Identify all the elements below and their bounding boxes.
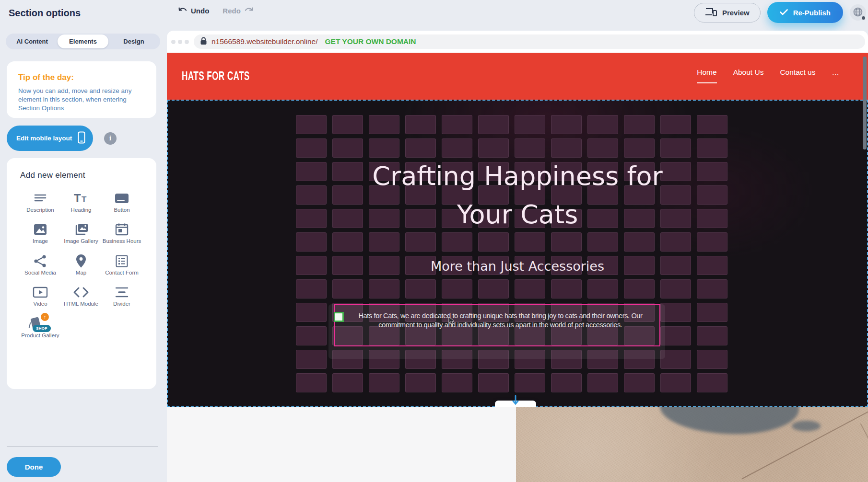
address-bar[interactable]: n1566589.websitebuilder.online/ GET YOUR… <box>194 34 865 49</box>
tab-elements[interactable]: Elements <box>58 34 108 48</box>
add-element-heading: Add new element <box>20 171 156 180</box>
tile <box>624 138 655 158</box>
get-domain-link[interactable]: GET YOUR OWN DOMAIN <box>325 37 416 46</box>
tile <box>296 232 327 252</box>
element-contact-form[interactable]: Contact Form <box>102 253 142 276</box>
product-gallery-icon: ↑SHOP <box>20 316 60 332</box>
site-url: n1566589.websitebuilder.online/ <box>211 37 317 46</box>
selected-text-element[interactable]: Hats for Cats, we are dedicated to craft… <box>334 304 660 346</box>
tip-heading: Tip of the day: <box>18 73 146 82</box>
tile <box>405 373 436 392</box>
cat-shadow-tail <box>792 421 821 431</box>
tile <box>442 232 472 252</box>
element-video[interactable]: Video <box>20 285 60 307</box>
floor-seam-line-2 <box>860 423 868 482</box>
hero-paragraph[interactable]: Hats for Cats, we are dedicated to craft… <box>345 311 656 330</box>
business-hours-icon <box>102 222 142 237</box>
description-icon <box>20 191 60 206</box>
element-html-module[interactable]: HTML Module <box>61 285 101 307</box>
nav-item-home[interactable]: Home <box>697 68 716 83</box>
cat-shadow <box>660 407 799 434</box>
contact-form-icon <box>102 253 142 269</box>
tile <box>660 138 691 158</box>
mouse-cursor <box>448 316 455 328</box>
tile <box>296 185 327 205</box>
hero-subheading[interactable]: More than Just Accessories <box>168 259 867 274</box>
tip-body: Now you can add, move and resize any ele… <box>18 87 146 113</box>
nav-item-[interactable]: … <box>832 68 840 83</box>
element-heading[interactable]: TTHeading <box>61 191 101 213</box>
element-label: Description <box>26 207 54 213</box>
element-button[interactable]: Button <box>102 191 142 213</box>
tile <box>660 279 691 298</box>
element-image-gallery[interactable]: Image Gallery <box>61 222 101 244</box>
site-nav: HomeAbout UsContact us… <box>697 68 839 83</box>
image-icon <box>20 222 60 237</box>
tile <box>515 232 545 252</box>
app: Section options Undo Redo <box>0 0 868 482</box>
element-drag-handle[interactable] <box>334 312 344 322</box>
tile <box>697 185 727 205</box>
tile <box>697 326 727 345</box>
tile <box>587 232 618 252</box>
element-label: Image <box>33 238 48 244</box>
tile <box>369 373 399 392</box>
tile <box>478 373 509 392</box>
tile <box>478 115 509 134</box>
tile <box>296 279 327 298</box>
element-social-media[interactable]: Social Media <box>20 253 60 276</box>
editor-canvas: n1566589.websitebuilder.online/ GET YOUR… <box>167 0 868 482</box>
edit-mobile-layout-button[interactable]: Edit mobile layout <box>7 126 93 151</box>
tile <box>296 138 327 158</box>
element-description[interactable]: Description <box>20 191 60 213</box>
tile <box>478 232 509 252</box>
tile <box>478 279 509 298</box>
element-map[interactable]: Map <box>61 253 101 276</box>
tile <box>332 279 363 298</box>
map-icon <box>61 253 101 269</box>
tile <box>697 115 727 134</box>
browser-bar: n1566589.websitebuilder.online/ GET YOUR… <box>167 31 868 53</box>
tile <box>551 115 582 134</box>
mobile-layout-row: Edit mobile layout i <box>7 126 151 151</box>
video-icon <box>20 285 60 300</box>
nav-item-contactus[interactable]: Contact us <box>780 68 815 83</box>
element-product-gallery[interactable]: ↑SHOPProduct Gallery <box>20 316 60 339</box>
tile <box>697 209 727 228</box>
tile <box>369 232 399 252</box>
tile <box>405 115 436 134</box>
tile <box>405 138 436 158</box>
tab-ai-content[interactable]: AI Content <box>7 34 58 48</box>
sidebar-divider <box>7 447 158 447</box>
element-image[interactable]: Image <box>20 222 60 244</box>
shop-badge: SHOP <box>33 325 51 332</box>
heading-icon: TT <box>61 191 101 206</box>
next-section-preview <box>167 407 868 482</box>
page-title: Section options <box>9 8 81 19</box>
element-label: Heading <box>71 207 92 213</box>
element-business-hours[interactable]: Business Hours <box>102 222 142 244</box>
social-media-icon <box>20 253 60 269</box>
tile <box>369 279 399 298</box>
tile <box>697 138 727 158</box>
tile <box>551 373 582 392</box>
tile <box>551 232 582 252</box>
tip-of-the-day-card: Tip of the day: Now you can add, move an… <box>7 61 156 118</box>
tile <box>624 279 655 298</box>
tile <box>405 232 436 252</box>
upgrade-arrow-badge: ↑ <box>41 313 49 321</box>
hero-section-selected[interactable]: Crafting Happiness for Your Cats More th… <box>167 100 868 407</box>
done-button[interactable]: Done <box>7 457 61 477</box>
site-logo[interactable]: HATS FOR CATS <box>182 69 250 83</box>
element-divider[interactable]: Divider <box>102 285 142 307</box>
element-label: HTML Module <box>64 301 98 307</box>
canvas-scrollbar[interactable] <box>863 57 867 149</box>
element-label: Business Hours <box>103 238 141 244</box>
tab-design[interactable]: Design <box>108 34 159 48</box>
nav-item-aboutus[interactable]: About Us <box>733 68 764 83</box>
info-icon[interactable]: i <box>104 132 117 145</box>
hero-heading[interactable]: Crafting Happiness for Your Cats <box>350 157 685 234</box>
tile <box>478 138 509 158</box>
tile <box>697 303 727 322</box>
tile <box>442 279 472 298</box>
